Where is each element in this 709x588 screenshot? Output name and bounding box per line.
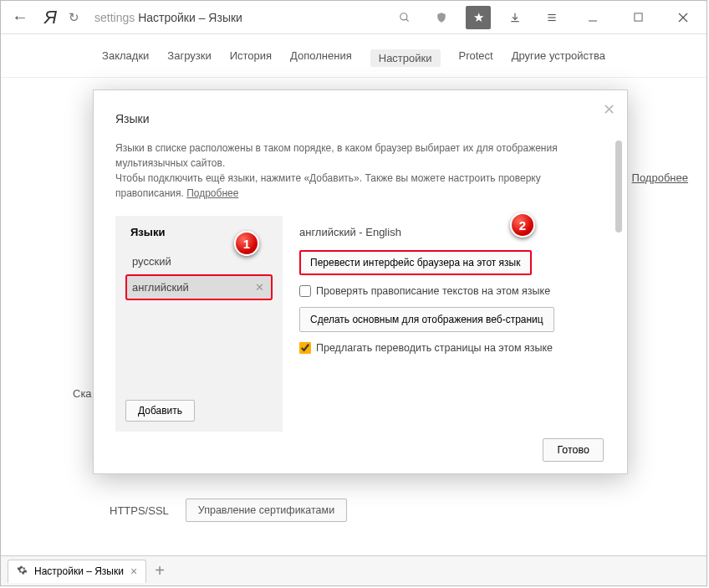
browser-tab[interactable]: Настройки – Языки × [8, 560, 146, 583]
https-row: HTTPS/SSL Управление сертификатами [110, 499, 347, 522]
dialog-scrollbar[interactable] [615, 141, 622, 233]
browser-window: ← Я ↻ settings Настройки – Языки ★ [0, 0, 707, 586]
offer-translate-checkbox[interactable] [299, 342, 311, 354]
dialog-description: Языки в списке расположены в таком поряд… [115, 141, 624, 201]
nav-downloads[interactable]: Загрузки [167, 49, 211, 67]
language-item-english[interactable]: английский ✕ [125, 274, 273, 300]
bg-more-link[interactable]: Подробнее [632, 171, 688, 184]
dialog-heading: Языки [115, 112, 624, 125]
svg-rect-8 [634, 13, 641, 21]
nav-history[interactable]: История [230, 49, 272, 67]
settings-nav: Закладки Загрузки История Дополнения Нас… [1, 34, 706, 78]
annotation-badge-2: 2 [510, 212, 535, 238]
back-button[interactable]: ← [8, 8, 33, 27]
close-window-button[interactable] [666, 6, 700, 29]
svg-line-1 [406, 18, 409, 21]
dialog-close-icon[interactable]: ✕ [603, 100, 615, 119]
bookmark-star-icon[interactable]: ★ [466, 6, 491, 29]
manage-certificates-button[interactable]: Управление сертификатами [186, 499, 347, 522]
language-detail-panel: английский - English Перевести интерфейс… [283, 216, 624, 432]
nav-addons[interactable]: Дополнения [290, 49, 352, 67]
tab-bar: Настройки – Языки × + [1, 555, 706, 585]
svg-point-0 [400, 13, 407, 19]
shield-icon[interactable] [429, 6, 454, 29]
bg-text-left: Ска [73, 387, 92, 400]
offer-translate-label: Предлагать переводить страницы на этом я… [316, 342, 553, 354]
remove-language-icon[interactable]: ✕ [255, 281, 264, 294]
nav-bookmarks[interactable]: Закладки [102, 49, 149, 67]
tab-close-icon[interactable]: × [130, 565, 137, 578]
yandex-logo-icon[interactable]: Я [44, 7, 57, 28]
languages-dialog: ✕ Языки Языки в списке расположены в так… [93, 89, 628, 474]
spellcheck-label: Проверять правописание текстов на этом я… [316, 285, 550, 297]
language-item-label: английский [132, 281, 189, 294]
reload-icon[interactable]: ↻ [69, 10, 79, 25]
dialog-more-link[interactable]: Подробнее [186, 187, 238, 199]
maximize-button[interactable] [621, 6, 655, 29]
minimize-button[interactable] [576, 6, 610, 29]
titlebar: ← Я ↻ settings Настройки – Языки ★ [1, 1, 706, 34]
menu-icon[interactable] [539, 6, 564, 29]
address-bar[interactable]: settings Настройки – Языки [94, 11, 242, 24]
tab-title: Настройки – Языки [34, 565, 124, 577]
url-prefix: settings [94, 11, 135, 24]
nav-other-devices[interactable]: Другие устройства [512, 49, 605, 67]
annotation-badge-1: 1 [234, 231, 259, 256]
translate-ui-button[interactable]: Перевести интерфейс браузера на этот язы… [299, 250, 532, 275]
url-title: Настройки – Языки [138, 11, 242, 24]
search-icon[interactable] [392, 6, 417, 29]
https-label: HTTPS/SSL [110, 504, 169, 517]
spellcheck-checkbox[interactable] [299, 285, 311, 297]
downloads-icon[interactable] [502, 6, 528, 29]
spellcheck-checkbox-row[interactable]: Проверять правописание текстов на этом я… [299, 285, 602, 297]
add-language-button[interactable]: Добавить [125, 400, 195, 422]
dialog-done-button[interactable]: Готово [543, 438, 604, 462]
language-detail-title: английский - English [299, 226, 602, 238]
offer-translate-checkbox-row[interactable]: Предлагать переводить страницы на этом я… [299, 342, 602, 354]
nav-protect[interactable]: Protect [459, 49, 493, 67]
nav-settings[interactable]: Настройки [370, 49, 441, 67]
tab-gear-icon [17, 565, 28, 578]
make-default-display-button[interactable]: Сделать основным для отображения веб-стр… [299, 307, 554, 332]
new-tab-button[interactable]: + [155, 561, 165, 580]
